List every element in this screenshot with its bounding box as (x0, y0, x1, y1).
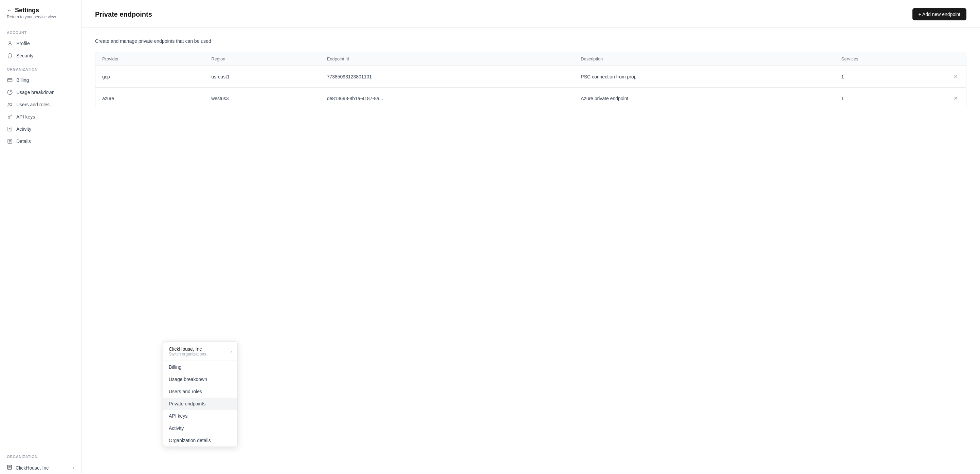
sidebar-item-users-and-roles-label: Users and roles (16, 102, 49, 107)
sidebar-org-name: ClickHouse, Inc (16, 465, 49, 471)
col-provider: Provider (95, 52, 204, 66)
sidebar-item-profile[interactable]: Profile (0, 37, 81, 49)
add-new-endpoint-button[interactable]: + Add new endpoint (912, 8, 966, 21)
cell-region-1: westus3 (204, 87, 320, 109)
sidebar-org-item[interactable]: ClickHouse, Inc › (0, 461, 81, 474)
org-dropdown-menu: ClickHouse, Inc Switch organizations › B… (163, 341, 238, 447)
col-services: Services (835, 52, 945, 66)
sidebar-item-api-keys[interactable]: API keys (0, 111, 81, 123)
sidebar-item-billing-label: Billing (16, 78, 29, 83)
sidebar-item-details-label: Details (16, 138, 31, 144)
svg-point-5 (8, 103, 10, 104)
endpoints-table-container: Provider Region Endpoint Id Description … (95, 52, 966, 109)
main-header: Private endpoints + Add new endpoint (81, 0, 980, 27)
dropdown-item-usage-breakdown[interactable]: Usage breakdown (163, 373, 237, 385)
svg-point-6 (11, 103, 11, 104)
cell-description-1: Azure private endpoint (574, 87, 834, 109)
account-section-label: Account (0, 25, 81, 37)
delete-row-0-button[interactable]: ✕ (952, 72, 959, 81)
chevron-right-icon: › (73, 465, 74, 471)
cell-services-0: 1 (835, 66, 945, 87)
sidebar-item-usage-breakdown-label: Usage breakdown (16, 90, 55, 95)
cell-action-0: ✕ (945, 66, 966, 87)
users-icon (7, 102, 13, 108)
sidebar-item-billing[interactable]: Billing (0, 74, 81, 86)
details-icon (7, 138, 13, 144)
back-arrow-icon: ← (7, 8, 12, 14)
shield-icon (7, 52, 13, 59)
dropdown-item-users-and-roles[interactable]: Users and roles (163, 385, 237, 398)
table-header-row: Provider Region Endpoint Id Description … (95, 52, 966, 66)
dropdown-item-api-keys[interactable]: API keys (163, 410, 237, 422)
sidebar-item-security-label: Security (16, 53, 33, 59)
col-region: Region (204, 52, 320, 66)
usage-icon (7, 89, 13, 95)
dropdown-item-activity[interactable]: Activity (163, 422, 237, 434)
sidebar: ← Settings Return to your service view A… (0, 0, 81, 474)
sidebar-item-activity[interactable]: Activity (0, 123, 81, 135)
page-title: Private endpoints (95, 11, 152, 18)
key-icon (7, 114, 13, 120)
activity-icon (7, 126, 13, 132)
col-description: Description (574, 52, 834, 66)
page-description: Create and manage private endpoints that… (95, 38, 966, 44)
user-icon (7, 40, 13, 46)
cell-provider-0: gcp (95, 66, 204, 87)
cell-endpoint-id-1: de813693-8b1a-4187-8a... (320, 87, 574, 109)
settings-title-container: ← Settings (7, 7, 74, 14)
cell-provider-1: azure (95, 87, 204, 109)
sidebar-item-profile-label: Profile (16, 41, 30, 46)
svg-line-13 (10, 129, 11, 130)
dropdown-org-sub: Switch organizations (169, 352, 206, 356)
dropdown-chevron-icon: › (230, 349, 232, 354)
cell-description-0: PSC connection from proj... (574, 66, 834, 87)
sidebar-header: ← Settings Return to your service view (0, 0, 81, 25)
dropdown-item-billing[interactable]: Billing (163, 361, 237, 373)
delete-row-1-button[interactable]: ✕ (952, 94, 959, 103)
sidebar-item-security[interactable]: Security (0, 49, 81, 62)
cell-endpoint-id-0: 77385093123801101 (320, 66, 574, 87)
billing-icon (7, 77, 13, 83)
cell-services-1: 1 (835, 87, 945, 109)
svg-point-7 (8, 116, 10, 118)
svg-line-4 (10, 91, 11, 92)
sidebar-item-activity-label: Activity (16, 126, 31, 132)
dropdown-org-name: ClickHouse, Inc (169, 346, 206, 352)
main-content-area: Private endpoints + Add new endpoint Cre… (81, 0, 980, 474)
dropdown-org-header[interactable]: ClickHouse, Inc Switch organizations › (163, 342, 237, 361)
settings-title-text: Settings (15, 7, 39, 14)
org-icon (7, 464, 12, 471)
sidebar-item-details[interactable]: Details (0, 135, 81, 147)
cell-region-0: us-east1 (204, 66, 320, 87)
dropdown-item-org-details[interactable]: Organization details (163, 434, 237, 447)
sidebar-item-users-and-roles[interactable]: Users and roles (0, 99, 81, 111)
sidebar-item-usage-breakdown[interactable]: Usage breakdown (0, 86, 81, 99)
col-endpoint-id: Endpoint Id (320, 52, 574, 66)
main-body: Create and manage private endpoints that… (81, 27, 980, 120)
svg-point-0 (9, 42, 11, 43)
sidebar-org-left: ClickHouse, Inc (7, 464, 49, 471)
organization-section-label: Organization (0, 62, 81, 74)
back-link[interactable]: Return to your service view (7, 14, 74, 19)
svg-rect-1 (8, 78, 12, 81)
table-row: azure westus3 de813693-8b1a-4187-8a... A… (95, 87, 966, 109)
bottom-org-label: Organization (0, 449, 81, 461)
col-actions (945, 52, 966, 66)
sidebar-item-api-keys-label: API keys (16, 114, 35, 119)
cell-action-1: ✕ (945, 87, 966, 109)
endpoints-table: Provider Region Endpoint Id Description … (95, 52, 966, 109)
dropdown-item-private-endpoints[interactable]: Private endpoints (163, 398, 237, 410)
table-row: gcp us-east1 77385093123801101 PSC conne… (95, 66, 966, 87)
dropdown-org-info: ClickHouse, Inc Switch organizations (169, 346, 206, 356)
